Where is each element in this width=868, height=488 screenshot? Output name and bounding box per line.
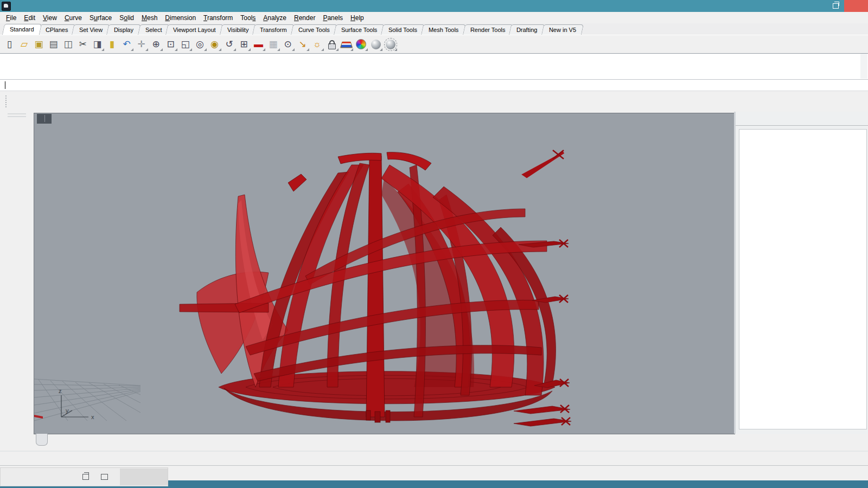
new-document-icon[interactable]: ▯ [2, 37, 17, 52]
menu-item[interactable]: Solid [116, 13, 138, 23]
perspective-viewport[interactable]: z y x [34, 113, 735, 434]
viewport-title-box[interactable] [37, 114, 52, 124]
viewport-title-divider [44, 115, 45, 122]
zoom-lens-icon[interactable]: ◉ [207, 37, 222, 52]
toolbar-tab[interactable]: Curve Tools [291, 24, 337, 35]
close-button[interactable] [844, 0, 868, 12]
undo-icon[interactable]: ↶ [119, 37, 134, 52]
ghosted-view-icon[interactable] [383, 37, 398, 52]
undo-view-icon[interactable]: ↺ [222, 37, 237, 52]
toolbar-grip[interactable] [5, 95, 9, 107]
toolbar-tab[interactable]: Display [106, 24, 141, 35]
menu-item[interactable]: Edit [20, 13, 39, 23]
text-caret [5, 81, 5, 89]
command-prompt[interactable] [0, 79, 868, 91]
viewport-layout-icon[interactable]: ⊞ [237, 37, 251, 52]
menu-item[interactable]: Tools [237, 13, 259, 23]
add-viewport-tab-button[interactable] [36, 434, 48, 446]
menu-item[interactable]: Panels [319, 13, 347, 23]
rhino-logo-icon [2, 2, 11, 11]
menu-item[interactable]: Transform [200, 13, 237, 23]
toolbar-tabs: Standard CPlanes Set View Display Select… [3, 24, 581, 35]
mini-close-button[interactable] [120, 468, 168, 485]
scale-icon[interactable]: ↘ [295, 37, 310, 52]
toolbar-tab[interactable]: Drafting [509, 24, 545, 35]
axis-x-label: x [91, 414, 94, 420]
print-icon[interactable]: ▤ [46, 37, 61, 52]
menu-item[interactable]: Surface [86, 13, 116, 23]
command-history-scrollbar[interactable] [860, 54, 867, 79]
toolbar-tab[interactable]: Solid Tools [381, 24, 425, 35]
lock-icon[interactable] [324, 37, 339, 52]
command-history[interactable] [0, 53, 868, 80]
menu-item[interactable]: Render [290, 13, 319, 23]
memory-usage [167, 466, 868, 481]
grasshopper-mini-window[interactable] [0, 467, 168, 486]
rotate-sheet-icon[interactable]: ▦ [266, 37, 280, 52]
layers-icon[interactable] [339, 37, 354, 52]
menu-item[interactable]: View [39, 13, 61, 23]
pan-icon[interactable]: ✛ [134, 37, 149, 52]
toolbar-tab-bar: Standard CPlanes Set View Display Select… [0, 23, 868, 35]
toolbar-tab[interactable]: Surface Tools [334, 24, 385, 35]
menu-item[interactable]: Mesh [138, 13, 161, 23]
paste-icon[interactable]: ▮ [105, 37, 119, 52]
properties-wheel-icon[interactable] [354, 37, 368, 52]
save-icon[interactable]: ▣ [31, 37, 46, 52]
import-icon[interactable]: ◫ [61, 37, 75, 52]
toolbar-tab[interactable]: Select [138, 24, 170, 35]
lamp-icon[interactable]: ☼ [310, 37, 324, 52]
zoom-selected-icon[interactable]: ◎ [193, 37, 207, 52]
toolbar-tab[interactable]: Visibility [220, 24, 257, 35]
toolbar-tab[interactable]: Transform [252, 24, 295, 35]
cut-icon[interactable]: ✂ [75, 37, 90, 52]
menu-item[interactable]: File [2, 13, 20, 23]
rotate-view-icon[interactable]: ⊕ [149, 37, 163, 52]
property-grid [739, 129, 867, 429]
standard-toolbar: ▯ ▱ ▣ ▤ ◫ ✂ ◨ [0, 35, 868, 53]
axis-y-label: y [66, 407, 69, 414]
move-car-icon[interactable]: ▬ [251, 37, 266, 52]
menu-bar: File Edit View Curve Surface Solid Mesh … [0, 12, 868, 23]
toolbar-tab[interactable]: New in V5 [541, 24, 584, 35]
viewport-canvas[interactable]: z y x [34, 113, 733, 433]
panel-tab-bar [736, 112, 868, 126]
menu-item[interactable]: Analyze [259, 13, 290, 23]
toolbar-tab[interactable]: Standard [2, 24, 42, 35]
open-folder-icon[interactable]: ▱ [17, 37, 31, 52]
rotate-2d-icon[interactable]: ⊙ [280, 37, 295, 52]
zoom-extents-icon[interactable]: ⊡ [163, 37, 178, 52]
axis-gnomon [61, 395, 88, 417]
restore-icon [833, 3, 839, 9]
eggcrate-model[interactable] [180, 152, 556, 422]
rhino-window: File Edit View Curve Surface Solid Mesh … [0, 0, 868, 488]
mini-restore-icon[interactable] [82, 474, 89, 480]
axis-z-label: z [59, 388, 62, 394]
shaded-view-icon[interactable] [368, 37, 383, 52]
mini-maximize-icon[interactable] [101, 474, 108, 480]
menu-item[interactable]: Curve [61, 13, 86, 23]
toolbox-grip[interactable] [8, 113, 26, 117]
toolbar-tab[interactable]: Viewport Layout [165, 24, 224, 35]
copy-icon[interactable]: ◨ [90, 37, 105, 52]
menu-item[interactable]: Help [347, 13, 368, 23]
osnap-bar [0, 451, 868, 465]
zoom-window-icon[interactable]: ◱ [178, 37, 193, 52]
toolbar-tab[interactable]: Render Tools [463, 24, 513, 35]
toolbar-tab[interactable]: CPlanes [38, 24, 76, 35]
construction-grid [34, 379, 141, 421]
viewport-tab-bar [34, 434, 47, 449]
left-toolbox [0, 112, 33, 434]
toolbar-tab[interactable]: Set View [72, 24, 110, 35]
minimize-button[interactable] [809, 0, 827, 12]
menu-item[interactable]: Dimension [161, 13, 200, 23]
properties-panel [734, 112, 868, 434]
restore-button[interactable] [827, 0, 844, 12]
custom-toolbar [0, 91, 868, 112]
toolbar-tab[interactable]: Mesh Tools [421, 24, 466, 35]
red-edge-mark [34, 415, 43, 419]
title-bar [0, 0, 868, 12]
